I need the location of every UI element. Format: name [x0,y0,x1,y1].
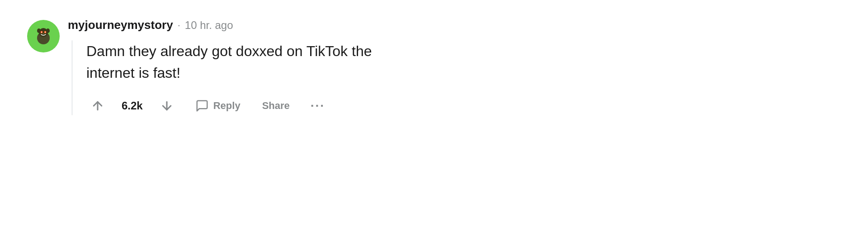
timestamp: 10 hr. ago [185,19,233,32]
more-button[interactable]: ··· [307,97,329,115]
comment-body: myjourneymystory · 10 hr. ago Damn they … [68,18,372,115]
svg-point-2 [37,28,41,33]
share-button[interactable]: Share [258,97,294,114]
comment-content-wrapper: Damn they already got doxxed on TikTok t… [68,40,372,115]
downvote-icon [160,99,174,113]
comment-actions: 6.2k Reply [86,96,372,115]
upvote-icon [91,99,104,113]
avatar [27,20,60,52]
username: myjourneymystory [68,18,173,32]
reply-button[interactable]: Reply [191,96,245,115]
reply-label: Reply [213,100,241,112]
svg-point-7 [45,32,46,33]
svg-point-3 [46,28,50,33]
separator-dot: · [178,19,180,31]
comment-text: Damn they already got doxxed on TikTok t… [86,40,372,84]
avatar-icon [32,24,55,48]
share-label: Share [262,100,290,112]
more-label: ··· [311,99,325,113]
comment-container: myjourneymystory · 10 hr. ago Damn they … [27,18,372,115]
comment-header: myjourneymystory · 10 hr. ago [68,18,372,32]
svg-point-6 [41,32,42,33]
thread-line [71,40,73,115]
downvote-button[interactable] [156,96,178,115]
svg-point-8 [42,33,44,34]
comment-right: Damn they already got doxxed on TikTok t… [86,40,372,115]
reply-icon [195,99,209,113]
upvote-button[interactable] [86,96,109,115]
vote-count: 6.2k [122,99,143,112]
